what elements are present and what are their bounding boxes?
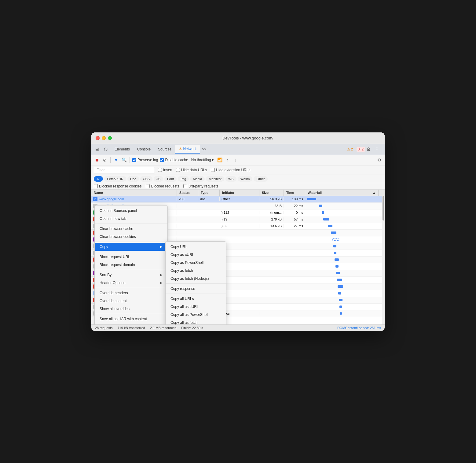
throttle-select[interactable]: No throttling ▾: [190, 157, 215, 163]
preserve-log-checkbox[interactable]: Preserve log: [132, 158, 158, 162]
col-size[interactable]: Size: [259, 190, 284, 196]
window-title: DevTools - www.google.com/: [115, 136, 380, 140]
col-waterfall[interactable]: Waterfall ▲: [305, 190, 379, 196]
ctx-sort-by[interactable]: Sort By ▶: [95, 271, 167, 279]
type-other-button[interactable]: Other: [254, 176, 268, 182]
third-party-checkbox[interactable]: 3rd-party requests: [183, 184, 218, 188]
blocked-cookies-checkbox[interactable]: Blocked response cookies: [94, 184, 141, 188]
warning-badge: ⚠ 2: [345, 147, 355, 152]
submenu-copy-curl[interactable]: Copy as cURL: [166, 251, 226, 259]
type-all-button[interactable]: All: [94, 176, 103, 182]
network-settings-icon[interactable]: ⚙: [376, 157, 382, 163]
finish-time: Finish: 22.89 s: [181, 326, 203, 330]
network-list: D www.google.com 200 doc Other 56.3 kB 1…: [91, 196, 385, 324]
tab-network[interactable]: ⚠ Network: [175, 145, 200, 154]
status-bar: 28 requests 719 kB transferred 2.1 MB re…: [91, 324, 385, 331]
submenu-copy-url[interactable]: Copy URL: [166, 243, 226, 251]
submenu-copy-all-powershell[interactable]: Copy all as PowerShell: [166, 311, 226, 319]
ctx-override-headers[interactable]: Override headers: [95, 289, 167, 297]
tab-sources[interactable]: Sources: [154, 145, 175, 153]
filter-bar: Invert Hide data URLs Hide extension URL…: [91, 165, 385, 175]
submenu-copy-response[interactable]: Copy response: [166, 285, 226, 293]
ctx-clear-cookies[interactable]: Clear browser cookies: [95, 233, 167, 241]
minimize-button[interactable]: [102, 136, 106, 140]
upload-icon[interactable]: ↑: [225, 157, 231, 163]
col-type[interactable]: Type: [198, 190, 220, 196]
hide-data-urls-checkbox[interactable]: Hide data URLs: [176, 168, 207, 172]
extra-filters-row: Blocked response cookies Blocked request…: [91, 183, 385, 190]
requests-count: 28 requests: [95, 326, 112, 330]
type-fetch-xhr-button[interactable]: Fetch/XHR: [104, 176, 126, 182]
col-initiator[interactable]: Initiator: [220, 190, 259, 196]
copy-submenu: Copy URL Copy as cURL Copy as PowerShell…: [165, 241, 226, 324]
disable-cache-checkbox[interactable]: Disable cache: [160, 158, 188, 162]
toolbar: ⏺ ⊘ ▼ 🔍 Preserve log Disable cache No th…: [91, 155, 385, 165]
resources-size: 2.1 MB resources: [150, 326, 176, 330]
traffic-lights: [96, 136, 112, 140]
hide-ext-urls-checkbox[interactable]: Hide extension URLs: [211, 168, 251, 172]
submenu-copy-all-fetch[interactable]: Copy all as fetch: [166, 319, 226, 324]
submenu-copy-powershell[interactable]: Copy as PowerShell: [166, 259, 226, 267]
ctx-open-sources[interactable]: Open in Sources panel: [95, 207, 167, 215]
type-font-button[interactable]: Font: [164, 176, 177, 182]
blocked-requests-checkbox[interactable]: Blocked requests: [146, 184, 179, 188]
col-scroll: [379, 190, 385, 196]
scrollbar[interactable]: [382, 196, 385, 324]
stop-recording-button[interactable]: ⏺: [94, 157, 100, 163]
scrollbar-thumb[interactable]: [383, 196, 384, 220]
type-ws-button[interactable]: WS: [225, 176, 236, 182]
download-icon[interactable]: ↓: [233, 157, 239, 163]
type-css-button[interactable]: CSS: [140, 176, 153, 182]
ctx-override-content[interactable]: Override content: [95, 297, 167, 305]
context-menu-overlay: Open in Sources panel Open in new tab Cl…: [91, 196, 385, 324]
close-button[interactable]: [96, 136, 100, 140]
ctx-block-domain[interactable]: Block request domain: [95, 261, 167, 269]
col-name[interactable]: Name: [91, 190, 177, 196]
device-icon[interactable]: ⬡: [102, 146, 109, 153]
filter-icon[interactable]: ▼: [113, 157, 119, 163]
inspect-icon[interactable]: ⊞: [94, 146, 101, 153]
search-icon[interactable]: 🔍: [121, 157, 127, 163]
warning-icon: ⚠: [179, 147, 182, 151]
maximize-button[interactable]: [108, 136, 112, 140]
submenu-copy-fetch[interactable]: Copy as fetch: [166, 267, 226, 275]
type-manifest-button[interactable]: Manifest: [206, 176, 224, 182]
type-wasm-button[interactable]: Wasm: [238, 176, 253, 182]
settings-icon[interactable]: ⚙: [365, 146, 372, 153]
context-menu: Open in Sources panel Open in new tab Cl…: [94, 205, 168, 324]
type-js-button[interactable]: JS: [154, 176, 163, 182]
filter-input[interactable]: [94, 167, 155, 173]
submenu-copy-fetch-nodejs[interactable]: Copy as fetch (Node.js): [166, 275, 226, 283]
submenu-copy-all-urls[interactable]: Copy all URLs: [166, 295, 226, 303]
ctx-show-overrides[interactable]: Show all overrides: [95, 305, 167, 313]
col-status[interactable]: Status: [177, 190, 198, 196]
ctx-copy[interactable]: Copy ▶: [95, 243, 167, 251]
type-media-button[interactable]: Media: [190, 176, 205, 182]
dom-loaded-time: DOMContentLoaded: 251 ms: [337, 326, 381, 330]
tab-console[interactable]: Console: [134, 145, 154, 153]
submenu-copy-all-curl[interactable]: Copy all as cURL: [166, 303, 226, 311]
tab-elements[interactable]: Elements: [111, 145, 134, 153]
tabs-bar: ⊞ ⬡ Elements Console Sources ⚠ Network >…: [91, 144, 385, 155]
devtools-window: DevTools - www.google.com/ ⊞ ⬡ Elements …: [91, 132, 385, 331]
clear-button[interactable]: ⊘: [102, 157, 108, 163]
invert-checkbox[interactable]: Invert: [158, 168, 172, 172]
type-doc-button[interactable]: Doc: [127, 176, 139, 182]
online-icon[interactable]: 📶: [217, 157, 223, 163]
title-bar: DevTools - www.google.com/: [91, 132, 385, 144]
ctx-clear-cache[interactable]: Clear browser cache: [95, 225, 167, 233]
transferred-size: 719 kB transferred: [117, 326, 145, 330]
error-badge: ✗ 2: [357, 147, 365, 152]
ctx-save-har[interactable]: Save all as HAR with content: [95, 315, 167, 323]
col-time[interactable]: Time: [284, 190, 305, 196]
column-headers: Name Status Type Initiator Size Time Wat…: [91, 190, 385, 196]
ctx-save-as[interactable]: Save as...: [95, 323, 167, 324]
type-img-button[interactable]: Img: [178, 176, 189, 182]
ctx-open-new-tab[interactable]: Open in new tab: [95, 215, 167, 223]
ctx-header-options[interactable]: Header Options ▶: [95, 279, 167, 287]
type-filter-bar: All Fetch/XHR Doc CSS JS Font Img Media …: [91, 175, 385, 183]
more-options-icon[interactable]: ⋮: [374, 146, 380, 153]
tab-more-button[interactable]: >>: [200, 146, 208, 153]
ctx-block-url[interactable]: Block request URL: [95, 253, 167, 261]
